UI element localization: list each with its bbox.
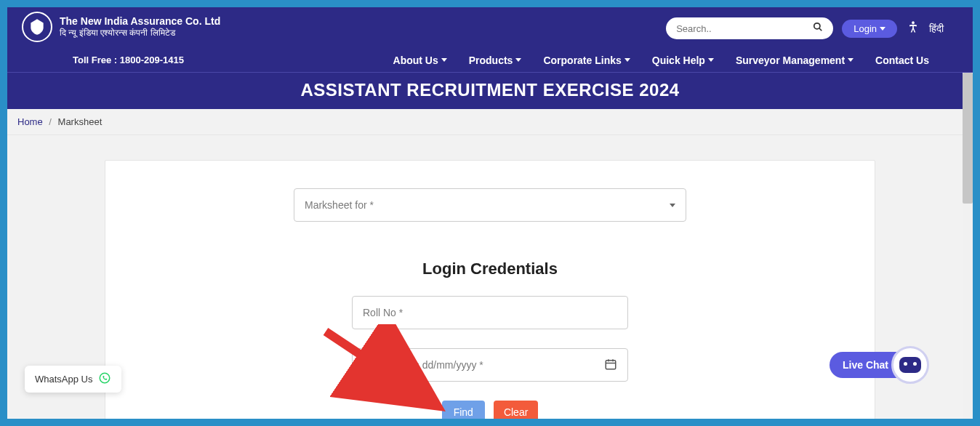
- login-label: Login: [854, 23, 877, 34]
- whatsapp-label: WhatsApp Us: [35, 374, 92, 385]
- dob-input[interactable]: [363, 359, 598, 371]
- nav-label: Quick Help: [652, 55, 705, 66]
- top-bar: The New India Assurance Co. Ltd दि न्यू …: [7, 7, 973, 48]
- language-toggle[interactable]: हिंदी: [929, 23, 944, 35]
- tollfree-text: Toll Free : 1800-209-1415: [73, 55, 184, 65]
- rollno-field-wrap: [352, 296, 628, 329]
- marksheet-for-select[interactable]: Marksheet for *: [294, 188, 686, 222]
- dob-field-wrap: [352, 348, 628, 382]
- chevron-down-icon: [708, 58, 714, 62]
- form-card: Marksheet for * Login Credentials: [105, 160, 875, 426]
- live-chat-widget[interactable]: Live Chat: [830, 346, 929, 384]
- nav-label: Surveyor Management: [736, 55, 845, 66]
- calendar-icon[interactable]: [604, 358, 617, 373]
- rollno-input[interactable]: [363, 307, 617, 318]
- find-button[interactable]: Find: [442, 401, 485, 424]
- nav-products[interactable]: Products: [469, 55, 522, 66]
- chevron-down-icon: [848, 58, 854, 62]
- nav-label: Products: [469, 55, 513, 66]
- clear-button[interactable]: Clear: [494, 401, 538, 424]
- chatbot-icon[interactable]: [891, 346, 929, 384]
- svg-rect-4: [606, 360, 616, 369]
- chevron-down-icon: [624, 58, 630, 62]
- nav-bar: Toll Free : 1800-209-1415 About Us Produ…: [7, 48, 973, 73]
- chevron-down-icon: [880, 27, 885, 31]
- nav-label: Corporate Links: [543, 55, 621, 66]
- svg-point-10: [100, 373, 111, 383]
- breadcrumb-current: Marksheet: [58, 116, 103, 127]
- svg-point-2: [912, 21, 915, 24]
- nav-contact-us[interactable]: Contact Us: [875, 55, 929, 66]
- chevron-down-icon: [670, 204, 675, 207]
- logo-block[interactable]: The New India Assurance Co. Ltd दि न्यू …: [22, 12, 220, 42]
- whatsapp-icon: [98, 371, 111, 387]
- content-area: Marksheet for * Login Credentials: [7, 135, 973, 420]
- search-input[interactable]: [676, 23, 800, 34]
- svg-line-1: [819, 28, 822, 31]
- page-title: ASSISTANT RECRUITMENT EXERCISE 2024: [7, 73, 973, 109]
- chevron-down-icon: [441, 58, 447, 62]
- svg-point-0: [814, 23, 820, 29]
- chevron-down-icon: [515, 58, 521, 62]
- nav-about-us[interactable]: About Us: [393, 55, 447, 66]
- nav-label: Contact Us: [875, 55, 929, 66]
- breadcrumb: Home / Marksheet: [7, 109, 973, 135]
- whatsapp-us-button[interactable]: WhatsApp Us: [25, 366, 121, 393]
- nav-corporate-links[interactable]: Corporate Links: [543, 55, 630, 66]
- search-box[interactable]: [666, 17, 833, 39]
- search-icon[interactable]: [813, 22, 823, 35]
- nav-quick-help[interactable]: Quick Help: [652, 55, 714, 66]
- login-button[interactable]: Login: [842, 20, 897, 38]
- select-placeholder: Marksheet for *: [305, 199, 374, 211]
- breadcrumb-home[interactable]: Home: [17, 116, 43, 127]
- scrollbar-thumb[interactable]: [963, 73, 973, 204]
- company-logo-icon: [22, 12, 52, 42]
- company-name-en: The New India Assurance Co. Ltd: [60, 15, 220, 28]
- breadcrumb-separator: /: [49, 116, 52, 127]
- company-name-hi: दि न्यू इंडिया एश्योरन्स कंपनी लिमिटेड: [60, 28, 220, 38]
- nav-label: About Us: [393, 55, 438, 66]
- nav-surveyor-management[interactable]: Surveyor Management: [736, 55, 854, 66]
- accessibility-icon[interactable]: [906, 20, 920, 37]
- scrollbar[interactable]: [963, 73, 973, 419]
- login-credentials-title: Login Credentials: [149, 260, 831, 278]
